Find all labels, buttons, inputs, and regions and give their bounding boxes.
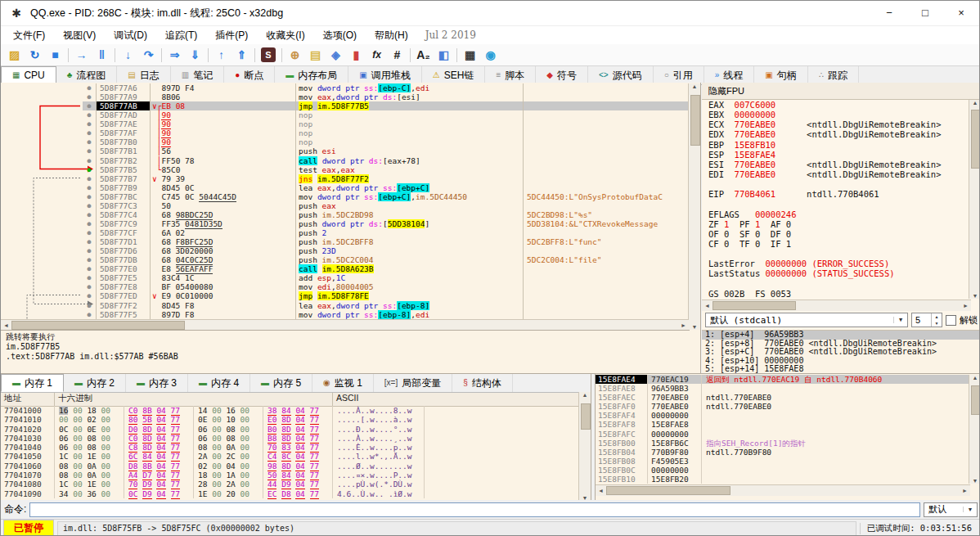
menu-item[interactable]: 收藏夹(I) — [257, 27, 313, 44]
stack-row[interactable]: 15E8FAEC770EABE0ntdll.770EABE0 — [596, 393, 970, 402]
disasm-row[interactable]: ●5D8F77B7∨ 79 39jns im.5D8F77F2 — [1, 174, 689, 183]
disasm-row[interactable]: ●5D8F77B0 │90nop — [1, 137, 689, 146]
run-icon[interactable]: → — [71, 46, 92, 64]
disasm-row[interactable]: ●5D8F77C4 68 98BDC25Dpush im.5DC2BD985DC… — [1, 210, 689, 219]
trace-record-icon[interactable]: S — [261, 47, 276, 62]
dump-row[interactable]: 7704101000 00 02 0080 5B 04 770E 00 10 0… — [1, 415, 579, 424]
registers-horizontal-scrollbar[interactable]: ◄ ► — [702, 300, 971, 311]
disasm-row[interactable]: ●5D8F77A9 8B06mov eax,dword ptr ds:[esi] — [1, 92, 689, 101]
register-line[interactable]: EFLAGS 00000246 — [708, 209, 971, 219]
execute-till-return-icon[interactable]: ↑ — [211, 46, 232, 64]
disasm-row[interactable]: ●5D8F77AD │90nop — [1, 110, 689, 119]
scroll-left-icon[interactable]: ◄ — [596, 488, 606, 493]
registers-pane[interactable]: 隐藏FPU EAX 007C6000EBX 00000000ECX 770EAB… — [702, 83, 980, 373]
stack-row[interactable]: 15E8FAFC00000000 — [596, 430, 970, 439]
pause-icon[interactable]: ‖ — [92, 46, 112, 64]
menu-item[interactable]: 调试(D) — [105, 27, 156, 44]
disasm-row[interactable]: ●5D8F77DB 68 04C0C25Dpush im.5DC2C0045DC… — [1, 255, 689, 264]
command-input[interactable] — [29, 502, 920, 517]
tab-线程[interactable]: »线程 — [704, 66, 755, 84]
register-line[interactable]: EDX 770EABE0 <ntdll.DbgUiRemoteBreakin> — [708, 129, 971, 139]
menu-item[interactable]: 文件(F) — [4, 27, 54, 44]
tab-笔记[interactable]: ▥笔记 — [171, 66, 224, 84]
step-out-icon[interactable]: ⇓ — [185, 46, 205, 64]
dump-row[interactable]: 7704100016 00 18 00C0 8B 04 7714 00 16 0… — [1, 406, 579, 415]
menu-item[interactable]: 帮助(H) — [366, 27, 417, 44]
scroll-up-icon[interactable]: ▲ — [579, 392, 591, 398]
breakpoint-dot[interactable]: ● — [83, 301, 97, 310]
menu-item[interactable]: 选项(O) — [314, 27, 366, 44]
register-line[interactable]: ESI 770EABE0 <ntdll.DbgUiRemoteBreakin> — [708, 160, 971, 169]
register-line[interactable]: CF 0 TF 0 IF 1 — [708, 239, 971, 249]
command-profile-select[interactable]: 默认 ▼ — [924, 502, 978, 517]
disasm-row[interactable]: ●5D8F77B5 └85C0test eax,eax — [1, 165, 689, 174]
stack-row[interactable]: 15E8FB08F45905E3 — [596, 457, 970, 466]
step-into-icon[interactable]: ↓ — [118, 46, 138, 64]
minimize-button[interactable]: − — [871, 2, 907, 25]
disasm-row[interactable]: ●5D8F77B2 │FF50 78call dword ptr ds:[eax… — [1, 156, 689, 165]
unlock-checkbox[interactable] — [946, 315, 956, 326]
memory-dump-pane[interactable]: ▬内存 1▬内存 2▬内存 3▬内存 4▬内存 5◉监视 1[x=]局部变量§结… — [1, 374, 591, 501]
register-line[interactable]: GS 002B FS 0053 — [708, 289, 971, 299]
disasm-row[interactable]: ●5D8F77E0 E8 56EAFAFFcall im.5D8A623B — [1, 264, 689, 273]
breakpoint-dot[interactable]: ● — [83, 146, 97, 155]
stack-vertical-scrollbar[interactable]: ▲ ▼ — [969, 375, 980, 484]
tab-内存 3[interactable]: ▬内存 3 — [126, 374, 188, 392]
breakpoint-dot[interactable]: ● — [83, 219, 97, 228]
label-icon[interactable]: ◈ — [326, 46, 346, 64]
disasm-row[interactable]: ●5D8F77F5 897D F8mov dword ptr ss:[ebp-8… — [1, 310, 689, 319]
scylla-icon[interactable]: A₂ — [413, 46, 434, 64]
breakpoint-dot[interactable]: ● — [83, 165, 97, 174]
disasm-row[interactable]: ●5D8F77E8 BF 05400080mov edi,80004005 — [1, 282, 689, 291]
tab-日志[interactable]: ▤日志 — [117, 66, 170, 84]
calculator-icon[interactable]: ▦ — [460, 46, 480, 64]
scroll-right-icon[interactable]: ► — [960, 303, 971, 309]
breakpoint-dot[interactable]: ● — [83, 183, 97, 192]
step-over-icon[interactable]: ↷ — [138, 46, 159, 64]
tab-句柄[interactable]: ▣句柄 — [754, 66, 807, 84]
scroll-up-icon[interactable]: ▲ — [969, 375, 980, 381]
tab-脚本[interactable]: ≡脚本 — [485, 66, 536, 84]
dump-row[interactable]: 770410801C 00 1E 0070 D9 04 7728 00 2A 0… — [1, 480, 579, 489]
register-line[interactable]: LastError 00000000 (ERROR_SUCCESS) — [708, 259, 971, 268]
menu-item[interactable]: 视图(V) — [54, 27, 105, 44]
tab-内存 4[interactable]: ▬内存 4 — [188, 374, 250, 392]
stack-pane[interactable]: 15E8FAE4770EAC19返回到 ntdll.770EAC19 自 ntd… — [595, 374, 980, 501]
scroll-down-icon[interactable]: ▼ — [689, 324, 700, 330]
disasm-row[interactable]: ●5D8F77AE │90nop — [1, 119, 689, 128]
arg-count-stepper[interactable]: 5 ▲▼ — [911, 313, 942, 327]
maximize-button[interactable]: □ — [907, 2, 943, 25]
stack-row[interactable]: 15E8FB0C00000000 — [596, 466, 970, 475]
scroll-down-icon[interactable]: ▼ — [969, 293, 980, 299]
scroll-left-icon[interactable]: ◄ — [1, 322, 11, 328]
tab-内存 5[interactable]: ▬内存 5 — [250, 374, 312, 392]
patch-icon[interactable]: ⊕ — [285, 46, 305, 64]
close-button[interactable]: × — [943, 2, 979, 25]
stack-row[interactable]: 15E8FAF400000000 — [596, 411, 970, 420]
register-line[interactable]: OF 0 SF 0 DF 0 — [708, 229, 971, 239]
tab-流程图[interactable]: ♣流程图 — [56, 66, 118, 84]
breakpoint-dot[interactable]: ● — [83, 156, 97, 165]
register-line[interactable]: EBX 00000000 — [708, 110, 971, 119]
breakpoint-dot[interactable]: ● — [83, 92, 97, 101]
stack-row[interactable]: 15E8FAE896A59BB3 — [596, 384, 970, 393]
disasm-row[interactable]: ●5D8F77C3 50push eax — [1, 201, 689, 210]
disasm-row[interactable]: ●5D8F77D6 68 3D020000push 23D — [1, 246, 689, 255]
stop-icon[interactable]: ■ — [45, 46, 65, 64]
scroll-up-icon[interactable]: ▲ — [969, 100, 980, 106]
tab-内存 1[interactable]: ▬内存 1 — [1, 374, 64, 392]
breakpoint-dot[interactable]: ● — [83, 83, 97, 92]
function-icon[interactable]: fx — [366, 46, 387, 64]
stack-row[interactable]: 15E8FB0015E8FB6C指向SEH_Record[1]的指针 — [596, 439, 970, 448]
dump-row[interactable]: 770410200C 00 0E 00D0 8D 04 7706 00 08 0… — [1, 425, 579, 434]
disasm-row[interactable]: ●5D8F77E5 83C4 1Cadd esp,1C — [1, 273, 689, 282]
register-line[interactable]: EDI 770EABE0 <ntdll.DbgUiRemoteBreakin> — [708, 169, 971, 179]
disasm-row[interactable]: ●5D8F77D1 68 F8BFC25Dpush im.5DC2BFF85DC… — [1, 237, 689, 246]
tab-SEH链[interactable]: ⚠SEH链 — [422, 66, 486, 84]
comment-icon[interactable]: ▤ — [305, 46, 326, 64]
tab-引用[interactable]: ○引用 — [654, 66, 704, 84]
breakpoint-dot[interactable]: ● — [83, 128, 97, 137]
disasm-row[interactable]: ●5D8F77F2 8D45 F8lea eax,dword ptr ss:[e… — [1, 301, 689, 310]
breakpoint-dot[interactable]: ● — [83, 119, 97, 128]
scroll-right-icon[interactable]: ► — [678, 322, 689, 328]
